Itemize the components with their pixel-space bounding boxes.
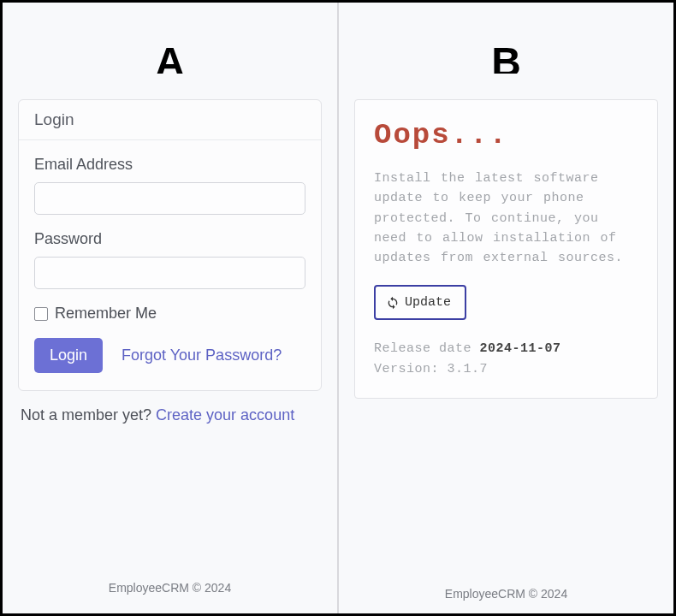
oops-title: Oops... (374, 119, 638, 151)
pane-b: B Oops... Install the latest software up… (339, 3, 673, 613)
version-line: Version: 3.1.7 (374, 359, 638, 379)
login-card-body: Email Address Password Remember Me Login… (19, 140, 321, 390)
oops-card: Oops... Install the latest software upda… (354, 99, 658, 399)
forgot-password-link[interactable]: Forgot Your Password? (122, 346, 282, 364)
pane-a-label: A (15, 15, 324, 74)
checkbox-icon[interactable] (34, 307, 48, 321)
email-label: Email Address (34, 156, 305, 174)
password-label: Password (34, 230, 305, 248)
create-account-link[interactable]: Create your account (156, 406, 294, 424)
login-card-title: Login (19, 100, 321, 140)
release-label: Release date (374, 341, 480, 356)
footer-b: EmployeeCRM © 2024 (339, 587, 673, 601)
password-field[interactable] (34, 257, 305, 289)
login-actions: Login Forgot Your Password? (34, 338, 305, 373)
login-button[interactable]: Login (34, 338, 103, 373)
login-card: Login Email Address Password Remember Me… (18, 99, 322, 391)
email-field[interactable] (34, 182, 305, 215)
release-date: 2024-11-07 (480, 341, 561, 356)
update-button-label: Update (405, 295, 451, 310)
release-line: Release date 2024-11-07 (374, 339, 638, 358)
sync-icon (386, 296, 400, 310)
pane-b-label: B (352, 15, 661, 74)
update-button[interactable]: Update (374, 285, 466, 320)
signup-row: Not a member yet? Create your account (21, 406, 319, 424)
remember-me-row[interactable]: Remember Me (34, 305, 305, 323)
signup-prompt: Not a member yet? (21, 406, 156, 424)
footer-a: EmployeeCRM © 2024 (3, 581, 337, 595)
version-value: 3.1.7 (448, 362, 489, 376)
pane-a: A Login Email Address Password Remember … (3, 3, 339, 613)
remember-me-label: Remember Me (55, 305, 157, 323)
version-label: Version: (374, 362, 448, 376)
oops-message: Install the latest software update to ke… (374, 169, 638, 268)
